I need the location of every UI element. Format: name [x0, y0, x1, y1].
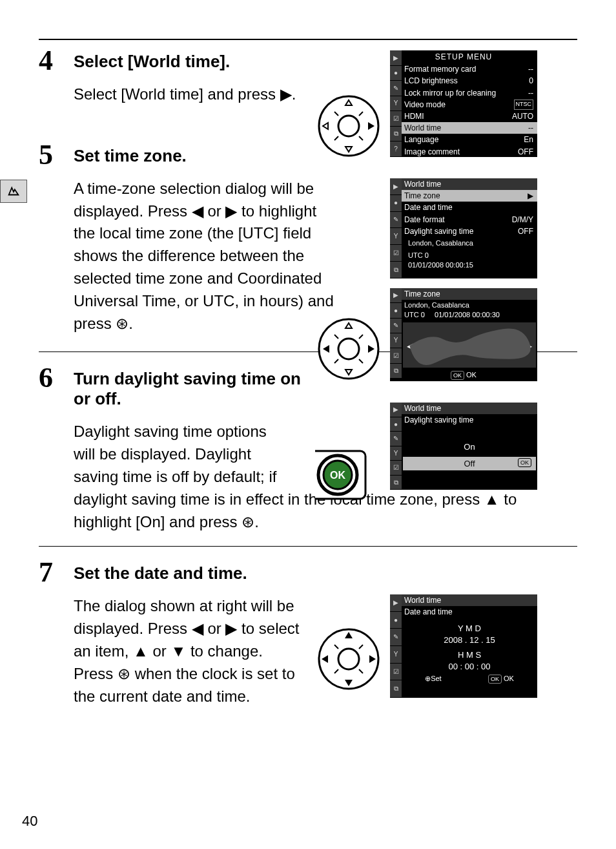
step-4-text: Select [World time] and press ▶.: [74, 83, 338, 106]
world-map-icon: ◀ ▶: [403, 322, 536, 368]
world-time-row: World time--: [390, 122, 537, 134]
page-number: 40: [22, 813, 37, 830]
date-time-screen: ▶●✎Y☑⧉ World time Date and time Y M D 20…: [390, 594, 537, 698]
ok-button-icon: OK: [302, 439, 373, 510]
step-number-7: 7: [39, 558, 74, 587]
step-7-text: The dialog shown at right will be displa…: [74, 595, 306, 708]
time-zone-screen: ▶●✎Y☑⧉ Time zone London, Casablanca UTC …: [390, 288, 537, 379]
step-number-4: 4: [39, 47, 74, 75]
step-number-5: 5: [39, 141, 74, 169]
step-6-title: Turn daylight saving time on or off.: [74, 369, 319, 409]
setup-tab-icon: [0, 180, 27, 203]
step-6-text-a: Daylight saving time options will be dis…: [74, 421, 287, 488]
setup-menu-title: SETUP MENU: [390, 50, 537, 63]
dst-screen: ▶●✎Y☑⧉ World time Daylight saving time O…: [390, 403, 537, 490]
wrench-icon: Y: [390, 446, 402, 461]
wrench-icon: Y: [390, 646, 402, 664]
multi-selector-right-icon: [316, 94, 381, 158]
wrench-icon: Y: [390, 333, 402, 348]
step-5-text: A time-zone selection dialog will be dis…: [74, 178, 338, 335]
setup-menu-screen: ▶●✎Y☑⧉? SETUP MENU Format memory card-- …: [390, 50, 537, 157]
world-time-menu-screen: ▶●✎Y☑⧉ World time Time zone▶ Date and ti…: [390, 178, 537, 278]
multi-selector-all-icon: [316, 627, 381, 691]
step-number-6: 6: [39, 364, 74, 392]
wrench-icon: Y: [390, 228, 402, 245]
wrench-icon: Y: [390, 96, 402, 112]
svg-text:OK: OK: [330, 470, 345, 481]
step-7-title: Set the date and time.: [74, 563, 577, 583]
multi-selector-left-right-icon: [316, 317, 381, 381]
